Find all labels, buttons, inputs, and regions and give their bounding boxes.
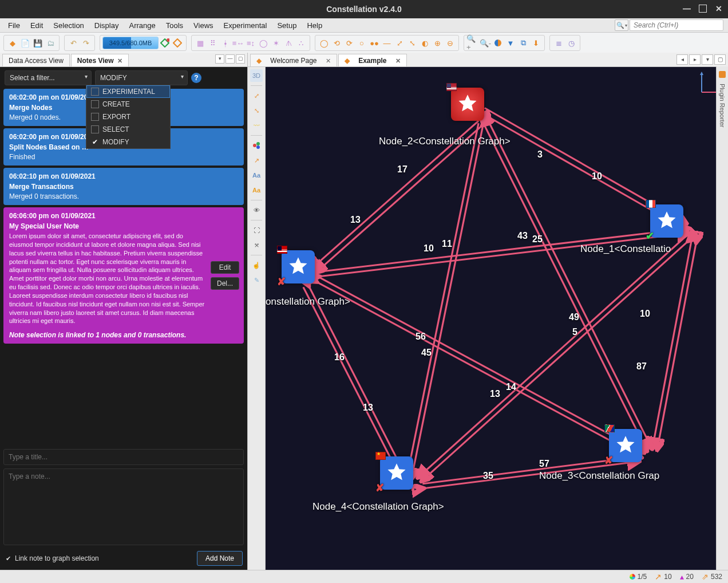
menu-setup[interactable]: Setup bbox=[272, 20, 301, 31]
filter-icon[interactable]: ▼ bbox=[504, 37, 517, 49]
pane-dropdown-icon[interactable]: ▾ bbox=[215, 54, 224, 64]
menu-help[interactable]: Help bbox=[302, 20, 327, 31]
save-icon[interactable]: 💾 bbox=[31, 37, 44, 49]
menu-views[interactable]: Views bbox=[189, 20, 217, 31]
close-icon[interactable]: ✕ bbox=[117, 57, 122, 65]
layout-vert-icon[interactable]: ≡↕ bbox=[244, 37, 257, 49]
tool-label2-icon[interactable]: Aa bbox=[250, 184, 263, 196]
menu-file[interactable]: File bbox=[3, 20, 25, 31]
layout-dots-icon[interactable]: ⠿ bbox=[207, 37, 219, 49]
dim-mode-orange-icon[interactable] bbox=[171, 37, 184, 49]
copy-icon[interactable]: ⧉ bbox=[517, 37, 529, 49]
tab-notes-view[interactable]: Notes View✕ bbox=[71, 54, 129, 66]
minimize-button[interactable]: — bbox=[680, 2, 694, 15]
tool-pencil-icon[interactable]: ✎ bbox=[250, 274, 263, 286]
zoom-in-icon[interactable]: 🔍+ bbox=[466, 37, 479, 49]
mode-3d-icon[interactable]: 3D bbox=[250, 69, 263, 82]
select-expand-icon[interactable]: ⤢ bbox=[393, 37, 406, 49]
edit-note-button[interactable]: Edit bbox=[211, 261, 239, 274]
save-all-icon[interactable]: 🗂 bbox=[44, 37, 57, 49]
tool-compress-icon[interactable]: ⤧ bbox=[250, 239, 263, 251]
clock-icon[interactable]: ◷ bbox=[565, 37, 577, 49]
undo-icon[interactable]: ↶ bbox=[67, 37, 80, 49]
select-none-icon[interactable]: ○ bbox=[355, 37, 368, 49]
menu-experimental[interactable]: Experimental bbox=[219, 20, 272, 31]
add-note-button[interactable]: Add Note bbox=[197, 551, 243, 566]
graph-node-0[interactable]: ✘ bbox=[282, 250, 315, 283]
layout-tree-icon[interactable]: ⍿ bbox=[219, 37, 232, 49]
layout-cluster-icon[interactable]: ∴ bbox=[295, 37, 307, 49]
dropdown-opt-export[interactable]: EXPORT bbox=[86, 111, 170, 123]
dropdown-opt-select[interactable]: SELECT bbox=[86, 123, 170, 136]
layout-grid-icon[interactable]: ▦ bbox=[194, 37, 207, 49]
select-inverse-icon[interactable]: ◐ bbox=[418, 37, 431, 49]
plugin-reporter-icon[interactable] bbox=[718, 70, 727, 79]
layout-circle-icon[interactable]: ◯ bbox=[257, 37, 270, 49]
note-title-input[interactable] bbox=[3, 449, 244, 465]
menu-arrange[interactable]: Arrange bbox=[124, 20, 160, 31]
zoom-out-icon[interactable]: 🔍- bbox=[479, 37, 492, 49]
tab-maximize[interactable]: ▢ bbox=[714, 54, 726, 65]
memory-indicator[interactable]: 349.5/680.0MB bbox=[102, 37, 159, 49]
select-shrink2-icon[interactable]: ⊖ bbox=[444, 37, 456, 49]
graph-node-4[interactable]: ✘ bbox=[380, 456, 413, 490]
modify-select[interactable]: MODIFY bbox=[95, 70, 188, 85]
select-grow-icon[interactable]: ⊕ bbox=[431, 37, 444, 49]
tab-nav-prev[interactable]: ◂ bbox=[676, 54, 688, 65]
tool-expand-icon[interactable]: ⤢ bbox=[250, 89, 263, 102]
tab-data-access-view[interactable]: Data Access View bbox=[2, 54, 70, 66]
select-edges-icon[interactable]: — bbox=[381, 37, 393, 49]
select-fwd-icon[interactable]: ⟲ bbox=[330, 37, 343, 49]
pane-maximize-icon[interactable]: ▢ bbox=[236, 54, 245, 64]
select-nodes-icon[interactable]: ●● bbox=[368, 37, 381, 49]
dropdown-opt-create[interactable]: CREATE bbox=[86, 98, 170, 111]
tool-diag-icon[interactable]: ⤡ bbox=[250, 104, 263, 117]
layout-hier-icon[interactable]: ⩚ bbox=[282, 37, 295, 49]
layout-radial-icon[interactable]: ✶ bbox=[270, 37, 282, 49]
tool-arrow-icon[interactable]: ↗ bbox=[250, 154, 263, 167]
tool-shimmer-icon[interactable]: 〰 bbox=[250, 119, 263, 132]
search-scope-button[interactable]: 🔍▾ bbox=[615, 19, 628, 31]
close-button[interactable]: ✕ bbox=[712, 2, 726, 15]
menu-selection[interactable]: Selection bbox=[49, 20, 88, 31]
tab-list-dropdown[interactable]: ▾ bbox=[702, 54, 713, 65]
half-circle-icon[interactable] bbox=[492, 37, 504, 49]
select-all-icon[interactable]: ◯ bbox=[318, 37, 330, 49]
plugin-reporter-label[interactable]: Plugin Reporter bbox=[719, 84, 726, 127]
select-shrink-icon[interactable]: ⤡ bbox=[406, 37, 418, 49]
tool-fullscreen-icon[interactable]: ⛶ bbox=[250, 224, 263, 237]
layout-horiz-icon[interactable]: ≡↔ bbox=[232, 37, 244, 49]
tool-cursor-icon[interactable]: ☝ bbox=[250, 259, 263, 271]
open-icon[interactable]: 📄 bbox=[19, 37, 31, 49]
delete-note-button[interactable]: Del... bbox=[211, 277, 239, 290]
select-back-icon[interactable]: ⟳ bbox=[343, 37, 355, 49]
tool-eye-icon[interactable]: 👁 bbox=[250, 204, 263, 216]
note-card-user[interactable]: 06:06:00 pm on 01/09/2021 My Special Use… bbox=[3, 207, 244, 344]
link-note-checkbox[interactable]: ✔Link note to graph selection bbox=[5, 554, 99, 562]
pane-minimize-icon[interactable]: — bbox=[225, 54, 235, 64]
dropdown-opt-modify[interactable]: ✔MODIFY bbox=[86, 136, 170, 148]
new-graph-icon[interactable]: ◆ bbox=[6, 37, 19, 49]
tab-welcome[interactable]: ◆ Welcome Page ✕ bbox=[250, 54, 337, 66]
note-card[interactable]: 06:02:10 pm on 01/09/2021 Merge Transact… bbox=[3, 168, 244, 205]
graph-canvas[interactable]: 17 13 3 10 11 10 56 45 43 25 49 5 16 13 … bbox=[266, 67, 728, 570]
tool-label-icon[interactable]: Aa bbox=[250, 169, 263, 182]
graph-node-1[interactable]: ✔ bbox=[650, 204, 683, 238]
close-icon[interactable]: ✕ bbox=[326, 57, 331, 65]
graph-node-2[interactable] bbox=[451, 88, 484, 121]
tab-example[interactable]: ◆ Example ✕ bbox=[338, 54, 407, 66]
search-input[interactable] bbox=[630, 19, 723, 31]
dropdown-opt-experimental[interactable]: EXPERIMENTAL bbox=[86, 85, 170, 98]
tab-nav-next[interactable]: ▸ bbox=[689, 54, 701, 65]
maximize-button[interactable] bbox=[696, 2, 710, 15]
bars-icon[interactable]: ≣ bbox=[552, 37, 565, 49]
tool-color-icon[interactable] bbox=[250, 139, 263, 152]
redo-icon[interactable]: ↷ bbox=[80, 37, 92, 49]
menu-tools[interactable]: Tools bbox=[161, 20, 188, 31]
menu-display[interactable]: Display bbox=[90, 20, 124, 31]
menu-edit[interactable]: Edit bbox=[26, 20, 48, 31]
note-body-input[interactable] bbox=[3, 468, 244, 545]
graph-node-3[interactable]: ✘ bbox=[609, 429, 642, 462]
close-icon[interactable]: ✕ bbox=[395, 57, 401, 65]
dim-mode-green-icon[interactable] bbox=[159, 37, 171, 49]
